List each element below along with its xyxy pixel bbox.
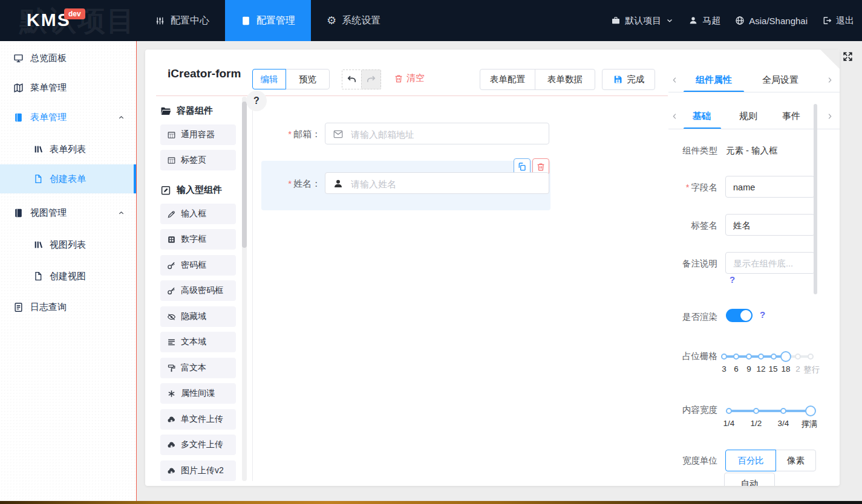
palette-item-prop-spy[interactable]: 属性间谍 xyxy=(160,383,236,404)
palette-section-containers: 容器组件 xyxy=(160,105,213,117)
logout-button[interactable]: 退出 xyxy=(822,15,854,27)
palette-item-password[interactable]: 密码框 xyxy=(160,255,236,276)
field-name-input-field[interactable] xyxy=(732,177,811,198)
chevron-right-icon[interactable] xyxy=(826,76,834,84)
palette-scrollbar-thumb[interactable] xyxy=(242,102,247,248)
required-asterisk: * xyxy=(288,178,292,189)
canvas-help-button[interactable]: ? xyxy=(246,91,267,111)
render-help-icon[interactable]: ? xyxy=(760,309,765,320)
form-config-button[interactable]: 表单配置 xyxy=(480,69,535,90)
list-icon xyxy=(33,240,43,250)
finish-button[interactable]: 完成 xyxy=(602,69,655,90)
slider-handle[interactable] xyxy=(805,405,816,416)
content-card: iCreator-form 编辑 预览 清空 表单配置 表单数据 完成 容器组件… xyxy=(145,50,840,486)
sidebar-item-menu-manage[interactable]: 菜单管理 xyxy=(0,73,136,102)
main-nav-tabs: 配置中心 配置管理 ⚙ 系统设置 xyxy=(139,0,396,41)
sliders-icon xyxy=(155,16,165,26)
map-icon xyxy=(13,83,24,93)
palette-item-richtext[interactable]: 富文本 xyxy=(160,358,236,378)
tab-config-center[interactable]: 配置中心 xyxy=(139,0,225,41)
palette-item-generic-container[interactable]: 通用容器 xyxy=(160,124,236,145)
unit-pixel-button[interactable]: 像素 xyxy=(775,450,816,471)
file-icon xyxy=(33,174,43,184)
grid-icon xyxy=(167,156,176,165)
sidebar-item-create-form[interactable]: 创建表单 xyxy=(0,164,136,193)
grid-tick: 15 xyxy=(768,364,777,373)
book-icon xyxy=(241,16,251,26)
sidebar-item-form-manage[interactable]: 表单管理 xyxy=(0,103,136,132)
tab-events[interactable]: 事件 xyxy=(778,111,805,122)
undo-button[interactable] xyxy=(342,69,362,89)
note-label: 备注说明 xyxy=(663,258,717,270)
sidebar-item-view-manage[interactable]: 视图管理 xyxy=(0,198,136,227)
note-input xyxy=(725,252,815,274)
left-sidebar: 总览面板 菜单管理 表单管理 表单列表 创建表单 视图管理 视图列表 创建视图 … xyxy=(0,41,137,501)
palette-item-adv-password[interactable]: 高级密码框 xyxy=(160,280,236,301)
slider-handle[interactable] xyxy=(780,351,791,362)
chevron-left-icon[interactable] xyxy=(671,112,679,120)
note-help-icon[interactable]: ? xyxy=(730,274,735,285)
palette-canvas-divider xyxy=(252,97,253,481)
sidebar-item-view-list[interactable]: 视图列表 xyxy=(0,230,136,259)
grid-span-slider[interactable] xyxy=(724,351,811,362)
palette-item-hidden[interactable]: 隐藏域 xyxy=(160,306,236,327)
grid-tick: 9 xyxy=(746,364,751,373)
tab-rules[interactable]: 规则 xyxy=(735,111,762,122)
project-switcher[interactable]: 默认项目 xyxy=(611,15,674,27)
content-width-slider[interactable] xyxy=(729,405,811,416)
width-unit-label: 宽度单位 xyxy=(663,455,717,467)
width-tick: 撑满 xyxy=(802,419,818,430)
chevron-right-icon[interactable] xyxy=(826,112,834,120)
redo-icon xyxy=(366,74,376,85)
sidebar-item-overview[interactable]: 总览面板 xyxy=(0,44,136,73)
grid-tick: 12 xyxy=(756,364,765,373)
required-asterisk: * xyxy=(288,129,292,139)
email-input-field[interactable] xyxy=(350,124,546,144)
palette-item-tabs-page[interactable]: 标签页 xyxy=(160,150,236,170)
palette-item-multi-upload[interactable]: 多文件上传 xyxy=(160,435,236,455)
note-input-field[interactable] xyxy=(732,253,811,274)
grid-tick: 18 xyxy=(781,364,790,373)
tab-config-manage[interactable]: 配置管理 xyxy=(225,0,311,41)
unit-percent-button[interactable]: 百分比 xyxy=(725,450,776,471)
palette-item-image-upload-v2[interactable]: 图片上传v2 xyxy=(160,460,236,481)
sidebar-item-log-query[interactable]: 日志查询 xyxy=(0,292,136,321)
folder-icon xyxy=(160,106,171,117)
expand-icon[interactable] xyxy=(842,51,854,62)
tab-component-props[interactable]: 组件属性 xyxy=(690,74,738,86)
render-toggle[interactable] xyxy=(726,309,753,322)
sidebar-item-form-list[interactable]: 表单列表 xyxy=(0,135,136,164)
gear-icon: ⚙ xyxy=(327,15,336,26)
name-input-field[interactable] xyxy=(350,173,546,194)
sidebar-item-create-view[interactable]: 创建视图 xyxy=(0,262,136,291)
field-name-label: *字段名 xyxy=(663,182,717,193)
tab-basic[interactable]: 基础 xyxy=(688,111,715,122)
palette-item-number[interactable]: 数字框 xyxy=(160,229,236,250)
edit-button[interactable]: 编辑 xyxy=(252,69,286,89)
email-field-label: *邮箱： xyxy=(253,129,321,140)
person-icon xyxy=(333,178,344,189)
asterisk-icon xyxy=(167,389,176,398)
copy-icon xyxy=(517,162,527,172)
render-label: 是否渲染 xyxy=(663,311,717,323)
redo-button[interactable] xyxy=(361,69,381,89)
palette-item-input[interactable]: 输入框 xyxy=(160,204,236,224)
form-data-button[interactable]: 表单数据 xyxy=(535,69,595,90)
form-title: iCreator-form xyxy=(168,67,241,80)
tab-system-settings[interactable]: ⚙ 系统设置 xyxy=(311,0,396,41)
palette-item-textarea[interactable]: 文本域 xyxy=(160,332,236,352)
chevron-left-icon[interactable] xyxy=(671,76,679,84)
grid-tick: 整行 xyxy=(804,364,820,375)
clear-button[interactable]: 清空 xyxy=(394,73,425,84)
user-menu[interactable]: 马超 xyxy=(688,15,720,27)
tab-global-settings[interactable]: 全局设置 xyxy=(756,74,805,86)
palette-item-single-upload[interactable]: 单文件上传 xyxy=(160,409,236,430)
grid-span-label: 占位栅格 xyxy=(663,351,717,362)
panel-scrollbar-thumb[interactable] xyxy=(814,104,817,294)
tag-name-input-field[interactable] xyxy=(732,215,811,236)
preview-button[interactable]: 预览 xyxy=(286,69,330,89)
timezone-indicator[interactable]: Asia/Shanghai xyxy=(735,16,808,26)
doc-icon xyxy=(13,302,24,312)
component-type-label: 组件类型 xyxy=(663,145,717,157)
unit-auto-button[interactable]: 自动 xyxy=(724,473,775,486)
